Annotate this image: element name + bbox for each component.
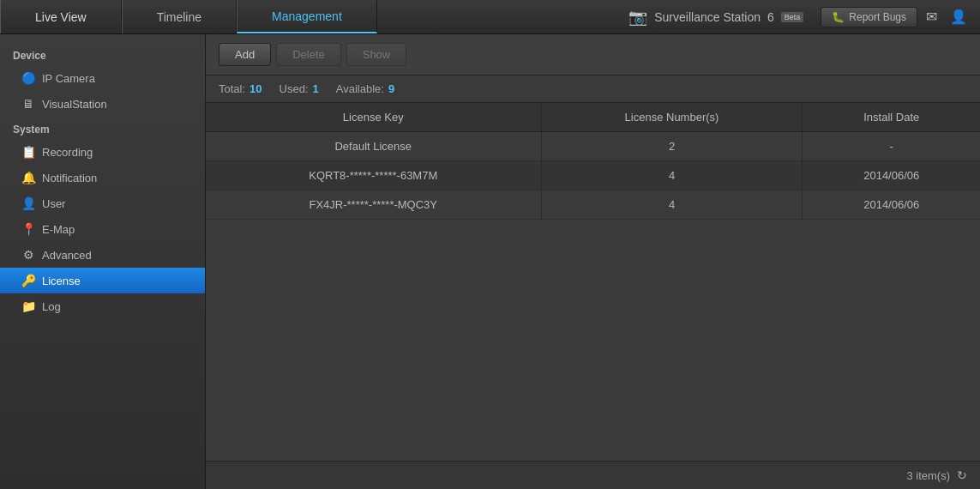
report-bugs-button[interactable]: 🐛 Report Bugs bbox=[821, 7, 917, 27]
total-label: Total: bbox=[219, 82, 245, 95]
license-table: License Key License Number(s) Install Da… bbox=[206, 103, 980, 220]
brand-camera-icon: 📷 bbox=[628, 8, 647, 27]
table-row[interactable]: Default License 2 - bbox=[206, 132, 980, 161]
device-section-label: Device bbox=[0, 43, 205, 65]
sidebar-item-emap[interactable]: 📍 E-Map bbox=[0, 216, 205, 242]
item-count: 3 item(s) bbox=[906, 469, 950, 482]
email-icon-button[interactable]: ✉ bbox=[922, 9, 941, 25]
used-label: Used: bbox=[280, 82, 309, 95]
bug-icon: 🐛 bbox=[832, 11, 845, 23]
cell-install-date: - bbox=[803, 132, 980, 161]
sidebar-label-recording: Recording bbox=[42, 146, 93, 159]
cell-license-number: 4 bbox=[541, 190, 803, 220]
available-label: Available: bbox=[336, 82, 384, 95]
main-layout: Device 🔵 IP Camera 🖥 VisualStation Syste… bbox=[0, 34, 980, 489]
nav-actions: 🐛 Report Bugs ✉ 👤 bbox=[821, 7, 980, 27]
cell-install-date: 2014/06/06 bbox=[803, 190, 980, 220]
advanced-icon: ⚙ bbox=[21, 248, 35, 262]
sidebar-item-advanced[interactable]: ⚙ Advanced bbox=[0, 242, 205, 268]
brand-name: Surveillance Station bbox=[654, 10, 761, 24]
log-icon: 📁 bbox=[21, 299, 35, 313]
stats-row: Total: 10 Used: 1 Available: 9 bbox=[206, 75, 980, 103]
brand-version: 6 bbox=[767, 10, 774, 24]
cell-license-key: FX4JR-*****-*****-MQC3Y bbox=[206, 190, 541, 220]
sidebar-label-ip-camera: IP Camera bbox=[42, 72, 95, 85]
cell-license-key: KQRT8-*****-*****-63M7M bbox=[206, 161, 541, 190]
col-install-date: Install Date bbox=[803, 103, 980, 132]
content-area: Add Delete Show Total: 10 Used: 1 Availa… bbox=[206, 34, 980, 489]
cell-install-date: 2014/06/06 bbox=[803, 161, 980, 190]
cell-license-key: Default License bbox=[206, 132, 541, 161]
sidebar-label-notification: Notification bbox=[42, 172, 97, 184]
notification-icon: 🔔 bbox=[21, 171, 35, 184]
col-license-number: License Number(s) bbox=[541, 103, 803, 132]
beta-badge: Beta bbox=[781, 12, 804, 22]
sidebar-label-visual-station: VisualStation bbox=[42, 98, 107, 111]
used-value: 1 bbox=[313, 82, 319, 95]
toolbar: Add Delete Show bbox=[206, 34, 980, 75]
add-button[interactable]: Add bbox=[219, 43, 271, 66]
show-button[interactable]: Show bbox=[346, 43, 407, 66]
cell-license-number: 4 bbox=[541, 161, 803, 190]
table-header-row: License Key License Number(s) Install Da… bbox=[206, 103, 980, 132]
sidebar-label-license: License bbox=[42, 275, 81, 287]
tab-timeline[interactable]: Timeline bbox=[122, 0, 237, 33]
sidebar-label-emap: E-Map bbox=[42, 223, 75, 236]
user-icon: 👤 bbox=[21, 196, 35, 210]
table-footer: 3 item(s) ↻ bbox=[206, 461, 980, 489]
user-icon-button[interactable]: 👤 bbox=[946, 9, 971, 25]
sidebar-item-ip-camera[interactable]: 🔵 IP Camera bbox=[0, 65, 205, 91]
cell-license-number: 2 bbox=[541, 132, 803, 161]
sidebar-item-license[interactable]: 🔑 License bbox=[0, 268, 205, 293]
sidebar-item-visual-station[interactable]: 🖥 VisualStation bbox=[0, 91, 205, 117]
refresh-icon[interactable]: ↻ bbox=[957, 468, 967, 482]
sidebar-label-log: Log bbox=[42, 300, 61, 313]
license-table-wrapper: License Key License Number(s) Install Da… bbox=[206, 103, 980, 461]
tab-management[interactable]: Management bbox=[237, 0, 377, 33]
delete-button[interactable]: Delete bbox=[276, 43, 341, 66]
total-value: 10 bbox=[250, 82, 262, 95]
table-row[interactable]: KQRT8-*****-*****-63M7M 4 2014/06/06 bbox=[206, 161, 980, 190]
recording-icon: 📋 bbox=[21, 145, 35, 159]
col-license-key: License Key bbox=[206, 103, 541, 132]
sidebar-label-user: User bbox=[42, 197, 65, 210]
brand-area: 📷 Surveillance Station 6 Beta bbox=[611, 8, 821, 27]
top-nav: Live View Timeline Management 📷 Surveill… bbox=[0, 0, 980, 34]
table-row[interactable]: FX4JR-*****-*****-MQC3Y 4 2014/06/06 bbox=[206, 190, 980, 220]
sidebar-item-log[interactable]: 📁 Log bbox=[0, 293, 205, 319]
sidebar-label-advanced: Advanced bbox=[42, 249, 92, 262]
ip-camera-icon: 🔵 bbox=[21, 71, 35, 85]
emap-icon: 📍 bbox=[21, 222, 35, 236]
sidebar: Device 🔵 IP Camera 🖥 VisualStation Syste… bbox=[0, 34, 206, 489]
visual-station-icon: 🖥 bbox=[21, 97, 35, 111]
sidebar-item-user[interactable]: 👤 User bbox=[0, 190, 205, 216]
system-section-label: System bbox=[0, 117, 205, 139]
sidebar-item-recording[interactable]: 📋 Recording bbox=[0, 139, 205, 165]
available-value: 9 bbox=[388, 82, 394, 95]
sidebar-item-notification[interactable]: 🔔 Notification bbox=[0, 165, 205, 190]
tab-liveview[interactable]: Live View bbox=[0, 0, 122, 33]
license-icon: 🔑 bbox=[21, 274, 35, 287]
